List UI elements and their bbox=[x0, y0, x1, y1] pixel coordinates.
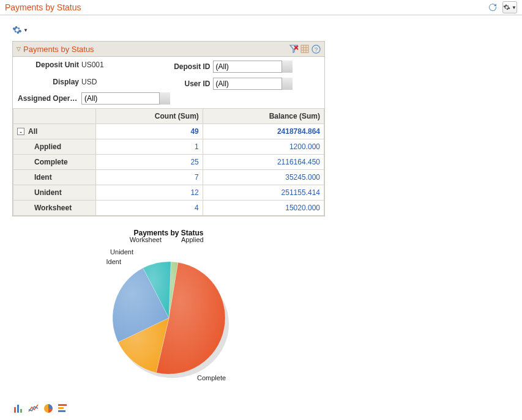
col-count-header: Count (Sum) bbox=[96, 109, 203, 124]
table-view-icon[interactable] bbox=[300, 44, 310, 54]
caret-down-icon: ▼ bbox=[23, 28, 28, 33]
count-value[interactable]: 4 bbox=[195, 204, 199, 212]
row-label: Complete bbox=[13, 155, 96, 170]
filter-clear-icon[interactable] bbox=[289, 44, 299, 54]
balance-value[interactable]: 35245.000 bbox=[285, 173, 320, 182]
balance-value[interactable]: 251155.414 bbox=[282, 188, 320, 197]
assigned-operator-select[interactable]: (All) bbox=[81, 92, 170, 105]
pie-label: Unident bbox=[110, 248, 133, 256]
display-label: Display bbox=[18, 78, 81, 86]
svg-rect-11 bbox=[17, 405, 19, 413]
display-value: USD bbox=[81, 78, 97, 86]
row-label: Worksheet bbox=[13, 201, 96, 216]
line-chart-icon[interactable] bbox=[28, 403, 39, 413]
pie-label: Worksheet bbox=[129, 236, 161, 243]
svg-rect-2 bbox=[301, 45, 308, 53]
svg-text:?: ? bbox=[314, 46, 317, 53]
svg-rect-10 bbox=[14, 407, 16, 413]
page-title: Payments by Status bbox=[5, 2, 81, 12]
balance-value[interactable]: 2116164.450 bbox=[277, 158, 320, 166]
table-row: Worksheet415020.000 bbox=[13, 201, 324, 216]
count-value[interactable]: 12 bbox=[190, 188, 198, 197]
user-id-select[interactable]: (All) bbox=[213, 78, 293, 90]
disclosure-triangle-icon[interactable]: ▽ bbox=[17, 46, 21, 52]
svg-rect-16 bbox=[58, 410, 65, 412]
table-row: Unident12251155.414 bbox=[13, 185, 324, 201]
balance-value[interactable]: 1200.000 bbox=[289, 142, 320, 151]
svg-rect-14 bbox=[58, 404, 67, 406]
balance-value[interactable]: 15020.000 bbox=[285, 204, 320, 212]
user-id-label: User ID bbox=[174, 79, 213, 88]
count-value[interactable]: 25 bbox=[190, 158, 198, 166]
horizontal-bar-chart-icon[interactable] bbox=[58, 403, 69, 413]
payments-by-status-panel: ▽ Payments by Status ? Deposit Unit bbox=[12, 41, 325, 216]
pie-label: Complete bbox=[197, 374, 226, 381]
deposit-unit-label: Deposit Unit bbox=[18, 61, 81, 69]
caret-down-icon: ▼ bbox=[512, 5, 516, 10]
deposit-id-label: Deposit ID bbox=[174, 62, 213, 71]
pie-chart: AppliedCompleteIdentUnidentWorksheet bbox=[89, 238, 248, 385]
balance-value[interactable]: 2418784.864 bbox=[277, 127, 320, 136]
col-balance-header: Balance (Sum) bbox=[203, 109, 324, 124]
row-label: -All bbox=[13, 124, 96, 139]
svg-rect-15 bbox=[58, 407, 64, 409]
payments-summary-table: Count (Sum) Balance (Sum) -All492418784.… bbox=[13, 108, 324, 216]
row-label: Applied bbox=[13, 139, 96, 155]
bar-chart-icon[interactable] bbox=[13, 403, 24, 413]
count-value[interactable]: 1 bbox=[195, 142, 199, 151]
assigned-operator-label: Assigned Opera... bbox=[18, 94, 81, 103]
deposit-id-select[interactable]: (All) bbox=[213, 61, 293, 73]
table-row: Complete252116164.450 bbox=[13, 155, 324, 170]
svg-rect-12 bbox=[20, 409, 22, 413]
pie-label: Ident bbox=[106, 258, 121, 265]
pie-chart-icon[interactable] bbox=[43, 403, 54, 413]
table-row: -All492418784.864 bbox=[13, 124, 324, 139]
collapse-icon[interactable]: - bbox=[17, 128, 24, 135]
count-value[interactable]: 7 bbox=[195, 173, 199, 182]
count-value[interactable]: 49 bbox=[190, 127, 198, 136]
refresh-icon[interactable] bbox=[485, 1, 500, 13]
panel-settings-button[interactable]: ▼ bbox=[12, 25, 28, 35]
table-row: Ident735245.000 bbox=[13, 170, 324, 185]
row-label: Unident bbox=[13, 185, 96, 201]
panel-title: Payments by Status bbox=[23, 45, 94, 54]
help-icon[interactable]: ? bbox=[311, 44, 321, 54]
pie-label: Applied bbox=[181, 236, 204, 243]
table-row: Applied11200.000 bbox=[13, 139, 324, 155]
settings-menu-button[interactable]: ▼ bbox=[502, 1, 517, 13]
deposit-unit-value: US001 bbox=[81, 61, 104, 69]
row-label: Ident bbox=[13, 170, 96, 185]
